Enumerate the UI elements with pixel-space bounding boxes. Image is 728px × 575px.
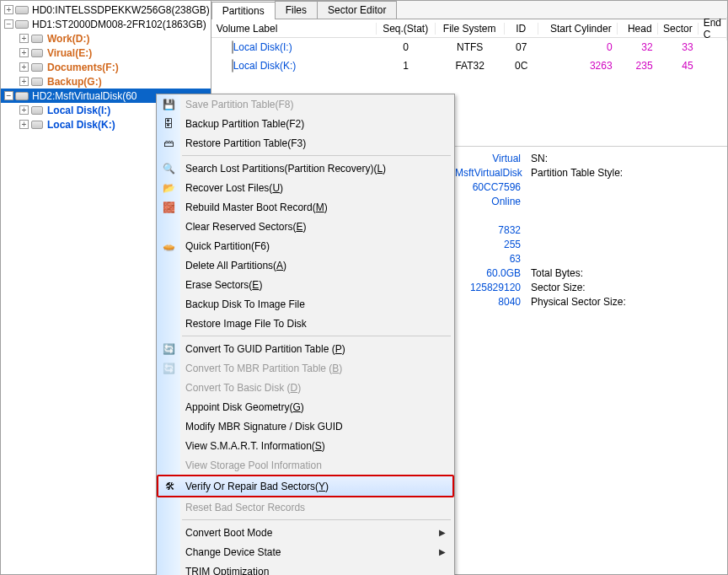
menu-search-lost-partitions[interactable]: 🔍Search Lost Partitions(Partition Recove… [157, 159, 454, 178]
menu-modify-mbr-sig[interactable]: Modify MBR Signature / Disk GUID [157, 416, 454, 436]
col-seq[interactable]: Seq.(Stat) [377, 23, 436, 35]
menu-trim[interactable]: TRIM Optimization [157, 562, 454, 575]
menu-restore-disk-image[interactable]: Restore Image File To Disk [157, 314, 454, 333]
tree-vol[interactable]: +Documents(F:) [1, 60, 211, 74]
expand-icon[interactable]: + [19, 77, 29, 86]
expand-icon[interactable]: + [19, 105, 29, 115]
col-volume-label[interactable]: Volume Label [211, 23, 377, 35]
submenu-arrow-icon: ▶ [439, 528, 446, 537]
tree-disk-hd0[interactable]: + HD0:INTELSSDPEKKW256G8(238GB) [1, 3, 211, 17]
menu-recover-lost-files[interactable]: 📂Recover Lost Files(U) [157, 178, 454, 197]
menu-verify-repair-bad-sectors[interactable]: 🛠Verify Or Repair Bad Sectors(Y) [157, 475, 454, 497]
menu-view-smart[interactable]: View S.M.A.R.T. Information(S) [157, 436, 454, 455]
tree-label: HD1:ST2000DM008-2FR102(1863GB) [32, 19, 206, 30]
expand-icon[interactable]: + [4, 5, 13, 14]
col-end[interactable]: End C [699, 17, 727, 40]
tree-vol[interactable]: +Virual(E:) [1, 46, 211, 60]
menu-clear-reserved[interactable]: Clear Reserved Sectors(E) [157, 217, 454, 236]
volume-icon [30, 119, 44, 131]
backup-icon: 🗄 [161, 116, 176, 132]
menu-appoint-geometry[interactable]: Appoint Disk Geometry(G) [157, 397, 454, 416]
submenu-arrow-icon: ▶ [439, 547, 446, 556]
menu-view-storage-pool[interactable]: View Storage Pool Information [157, 455, 454, 475]
disk-info-panel: VirtualSN: MsftVirtualDiskPartition Tabl… [455, 152, 626, 309]
tree-label: HD0:INTELSSDPEKKW256G8(238GB) [32, 4, 210, 16]
expand-icon[interactable]: + [19, 48, 29, 57]
menu-separator [157, 517, 454, 523]
disk-icon [15, 4, 29, 16]
menu-backup-disk-image[interactable]: Backup Disk To Image File [157, 294, 454, 314]
menu-convert-basic[interactable]: Convert To Basic Disk (D) [157, 378, 454, 397]
col-id[interactable]: ID [505, 23, 538, 35]
tab-partitions[interactable]: Partitions [211, 2, 276, 19]
grid-header: Volume Label Seq.(Stat) File System ID S… [211, 19, 727, 38]
restore-icon: 🗃 [161, 136, 176, 151]
tree-disk-hd1[interactable]: − HD1:ST2000DM008-2FR102(1863GB) [1, 17, 211, 31]
table-row[interactable]: Local Disk(I:) 0 NTFS 07 0 32 33 [211, 38, 727, 56]
menu-backup-partition-table[interactable]: 🗄Backup Partition Table(F2) [157, 114, 454, 133]
volume-icon [30, 47, 44, 59]
menu-rebuild-mbr[interactable]: 🧱Rebuild Master Boot Record(M) [157, 197, 454, 217]
volume-icon [30, 62, 44, 73]
expand-icon[interactable]: + [19, 120, 29, 129]
context-menu: 💾Save Partition Table(F8) 🗄Backup Partit… [156, 94, 455, 575]
menu-quick-partition[interactable]: 🥧Quick Partition(F6) [157, 236, 454, 255]
menu-reset-bad-sectors[interactable]: Reset Bad Sector Records [157, 497, 454, 517]
tree-vol[interactable]: +Work(D:) [1, 31, 211, 46]
menu-convert-mbr[interactable]: 🔄Convert To MBR Partition Table (B) [157, 358, 454, 378]
col-cyl[interactable]: Start Cylinder [538, 23, 618, 35]
volume-icon [30, 105, 44, 116]
col-filesystem[interactable]: File System [436, 23, 505, 35]
recover-icon: 📂 [161, 180, 176, 196]
menu-separator [157, 333, 454, 339]
convert-icon: 🔄 [161, 341, 176, 357]
tab-sector-editor[interactable]: Sector Editor [317, 1, 397, 19]
tab-bar: Partitions Files Sector Editor [211, 1, 727, 19]
tab-files[interactable]: Files [275, 1, 318, 19]
tree-label: HD2:MsftVirtualDisk(60 [32, 90, 136, 102]
menu-save-partition-table[interactable]: 💾Save Partition Table(F8) [157, 94, 454, 114]
col-sector[interactable]: Sector [658, 23, 699, 35]
save-icon: 💾 [161, 97, 176, 112]
disk-icon [15, 90, 29, 102]
search-icon: 🔍 [161, 161, 176, 176]
collapse-icon[interactable]: − [4, 91, 13, 100]
expand-icon[interactable]: + [19, 62, 29, 72]
volume-icon [30, 33, 44, 45]
menu-erase-sectors[interactable]: Erase Sectors(E) [157, 275, 454, 294]
tools-icon: 🛠 [163, 479, 178, 494]
col-head[interactable]: Head [618, 23, 658, 35]
menu-change-device-state[interactable]: Change Device State▶ [157, 542, 454, 562]
menu-delete-all-partitions[interactable]: Delete All Partitions(A) [157, 255, 454, 275]
convert-icon: 🔄 [161, 361, 176, 376]
volume-icon [30, 76, 44, 88]
tree-vol[interactable]: +Backup(G:) [1, 74, 211, 89]
rebuild-icon: 🧱 [161, 200, 176, 215]
menu-convert-boot-mode[interactable]: Convert Boot Mode▶ [157, 523, 454, 542]
collapse-icon[interactable]: − [4, 19, 13, 29]
menu-restore-partition-table[interactable]: 🗃Restore Partition Table(F3) [157, 133, 454, 153]
table-row[interactable]: Local Disk(K:) 1 FAT32 0C 3263 235 45 [211, 56, 727, 75]
app-root: + HD0:INTELSSDPEKKW256G8(238GB) − HD1:ST… [0, 0, 728, 575]
menu-convert-guid[interactable]: 🔄Convert To GUID Partition Table (P) [157, 339, 454, 358]
expand-icon[interactable]: + [19, 34, 29, 43]
partition-icon: 🥧 [161, 239, 176, 254]
disk-icon [15, 19, 29, 30]
menu-separator [157, 153, 454, 159]
